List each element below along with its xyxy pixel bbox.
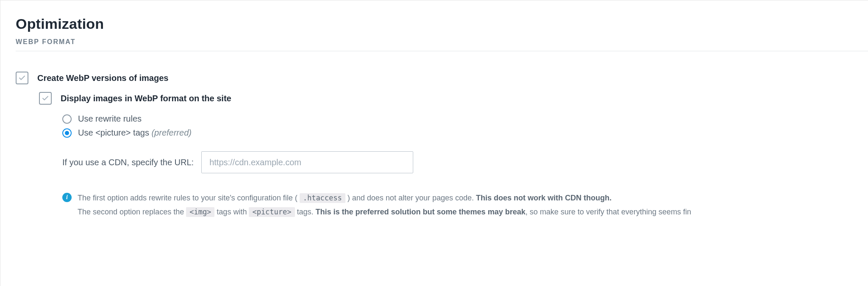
checkbox-create-webp[interactable]: [16, 72, 28, 84]
radio-use-picture[interactable]: [62, 128, 72, 138]
label-use-rewrite: Use rewrite rules: [78, 114, 142, 124]
code-picture: <picture>: [249, 207, 295, 217]
info-icon: i: [62, 193, 72, 202]
radio-use-rewrite[interactable]: [62, 114, 72, 124]
label-display-webp: Display images in WebP format on the sit…: [61, 92, 231, 105]
label-create-webp: Create WebP versions of images: [37, 72, 168, 84]
check-icon: [42, 94, 49, 102]
checkbox-display-webp[interactable]: [39, 92, 52, 105]
info-text: The first option adds rewrite rules to y…: [78, 192, 691, 218]
input-cdn-url[interactable]: [201, 151, 413, 173]
check-icon: [18, 74, 26, 82]
label-use-picture: Use <picture> tags (preferred): [78, 128, 192, 138]
code-htaccess: .htaccess: [300, 193, 345, 203]
label-cdn-url: If you use a CDN, specify the URL:: [62, 158, 194, 167]
page-title: Optimization: [16, 16, 868, 32]
section-header-webp: WEBP FORMAT: [16, 38, 868, 51]
code-img: <img>: [186, 207, 214, 217]
